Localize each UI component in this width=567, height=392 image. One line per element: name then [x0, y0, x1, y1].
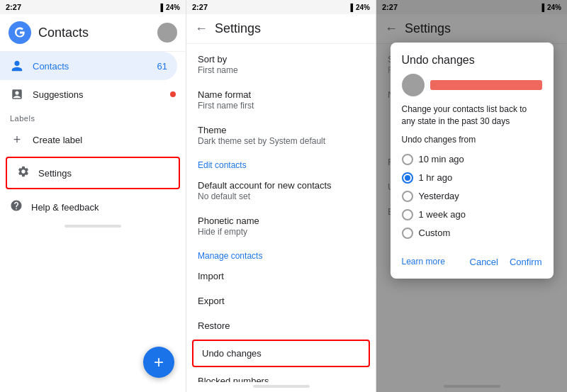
suggestions-dot: [170, 91, 176, 97]
sort-by-setting[interactable]: Sort by First name: [186, 47, 376, 82]
contacts-nav-label: Contacts: [33, 61, 149, 72]
bottom-bar-2: [253, 385, 310, 388]
undo-changes-setting[interactable]: Undo changes: [192, 340, 370, 367]
back-button-2[interactable]: ←: [195, 21, 208, 36]
help-icon: [10, 199, 23, 215]
edit-contacts-header: Edit contacts: [186, 153, 376, 173]
dialog-overlay: Undo changes Change your contacts list b…: [376, 0, 567, 392]
theme-setting[interactable]: Theme Dark theme set by System default: [186, 118, 376, 153]
help-feedback-item[interactable]: Help & feedback: [0, 192, 186, 222]
radio-custom-label: Custom: [419, 228, 451, 238]
status-bar-1: 2:27 ▐ 24%: [0, 0, 186, 14]
phonetic-name-setting[interactable]: Phonetic name Hide if empty: [186, 208, 376, 244]
contacts-panel: 2:27 ▐ 24% Contacts Contacts 61 Suggesti…: [0, 0, 186, 392]
settings-gear-icon: [17, 165, 30, 181]
status-icons-1: ▐ 24%: [158, 4, 180, 11]
radio-yesterday[interactable]: Yesterday: [402, 187, 542, 206]
settings-title-2: Settings: [215, 21, 261, 36]
battery-icon-2: 24%: [356, 4, 370, 11]
import-setting[interactable]: Import: [186, 264, 376, 289]
settings-list-2: Sort by First name Name format First nam…: [186, 44, 376, 382]
export-setting[interactable]: Export: [186, 289, 376, 313]
create-label-item[interactable]: + Create label: [0, 125, 186, 154]
suggestions-icon: [10, 87, 24, 101]
phonetic-name-value: Hide if empty: [198, 227, 364, 237]
user-avatar[interactable]: [157, 23, 177, 43]
radio-10min[interactable]: 10 min ago: [402, 150, 542, 169]
phonetic-name-label: Phonetic name: [198, 215, 364, 226]
signal-icon-2: ▐: [348, 4, 353, 11]
undo-changes-label: Undo changes: [202, 348, 360, 359]
signal-icon: ▐: [158, 4, 163, 11]
dialog-description: Change your contacts list back to any st…: [402, 103, 542, 128]
add-icon: +: [10, 133, 24, 147]
manage-contacts-header: Manage contacts: [186, 244, 376, 264]
labels-section-header: Labels: [0, 108, 186, 125]
suggestions-nav-label: Suggestions: [33, 89, 162, 100]
contacts-header: Contacts: [0, 14, 186, 52]
restore-label: Restore: [198, 320, 364, 331]
export-label: Export: [198, 296, 364, 306]
learn-more-link[interactable]: Learn more: [402, 257, 445, 267]
dialog-username-bar: [430, 80, 542, 90]
default-account-value: No default set: [198, 191, 364, 201]
dialog-section-title: Undo changes from: [402, 135, 542, 145]
radio-1week-circle: [402, 209, 413, 220]
default-account-label: Default account for new contacts: [198, 180, 364, 191]
theme-value: Dark theme set by System default: [198, 136, 364, 146]
radio-1week-label: 1 week ago: [419, 209, 466, 220]
radio-custom[interactable]: Custom: [402, 224, 542, 242]
radio-1week[interactable]: 1 week ago: [402, 206, 542, 224]
blocked-numbers-setting[interactable]: Blocked numbers: [186, 369, 376, 382]
import-label: Import: [198, 271, 364, 281]
cancel-button[interactable]: Cancel: [470, 257, 498, 267]
battery-icon: 24%: [166, 4, 180, 11]
contacts-icon: [10, 59, 24, 73]
radio-10min-label: 10 min ago: [419, 154, 464, 164]
contacts-badge: 61: [157, 61, 167, 72]
help-nav-label: Help & feedback: [31, 202, 99, 213]
blocked-numbers-label: Blocked numbers: [198, 376, 364, 382]
name-format-value: First name first: [198, 101, 364, 111]
radio-yesterday-circle: [402, 191, 413, 202]
dialog-panel: 2:27 ▐ 24% ← Settings Sort by First name…: [376, 0, 567, 392]
radio-custom-circle: [402, 228, 413, 239]
default-account-setting[interactable]: Default account for new contacts No defa…: [186, 173, 376, 208]
settings-nav-label: Settings: [38, 168, 72, 179]
dialog-buttons: Cancel Confirm: [470, 257, 542, 267]
radio-1hr-label: 1 hr ago: [419, 172, 453, 183]
sort-by-label: Sort by: [198, 54, 364, 65]
fab-button[interactable]: +: [143, 347, 174, 378]
status-icons-2: ▐ 24%: [348, 4, 370, 11]
bottom-bar-1: [64, 225, 121, 228]
nav-contacts[interactable]: Contacts 61: [0, 52, 177, 80]
name-format-label: Name format: [198, 89, 364, 100]
settings-header-2: ← Settings: [186, 14, 376, 44]
theme-label: Theme: [198, 125, 364, 135]
create-label-text: Create label: [33, 135, 176, 145]
dialog-actions: Learn more Cancel Confirm: [402, 251, 542, 267]
name-format-setting[interactable]: Name format First name first: [186, 82, 376, 118]
sort-by-value: First name: [198, 65, 364, 75]
settings-nav-item[interactable]: Settings: [6, 157, 180, 189]
google-logo: [9, 21, 31, 44]
radio-1hr[interactable]: 1 hr ago: [402, 169, 542, 187]
undo-changes-dialog: Undo changes Change your contacts list b…: [391, 43, 554, 279]
settings-panel: 2:27 ▐ 24% ← Settings Sort by First name…: [186, 0, 376, 392]
radio-1hr-circle: [402, 172, 413, 184]
radio-yesterday-label: Yesterday: [419, 191, 459, 201]
dialog-avatar: [402, 74, 425, 96]
dialog-title: Undo changes: [402, 54, 542, 67]
confirm-button[interactable]: Confirm: [510, 257, 542, 267]
restore-setting[interactable]: Restore: [186, 313, 376, 338]
dialog-user-row: [402, 74, 542, 96]
time-1: 2:27: [6, 3, 21, 11]
contacts-title: Contacts: [38, 26, 150, 40]
status-bar-2: 2:27 ▐ 24%: [186, 0, 376, 14]
time-2: 2:27: [192, 3, 208, 11]
radio-10min-circle: [402, 154, 413, 165]
nav-suggestions[interactable]: Suggestions: [0, 80, 186, 108]
